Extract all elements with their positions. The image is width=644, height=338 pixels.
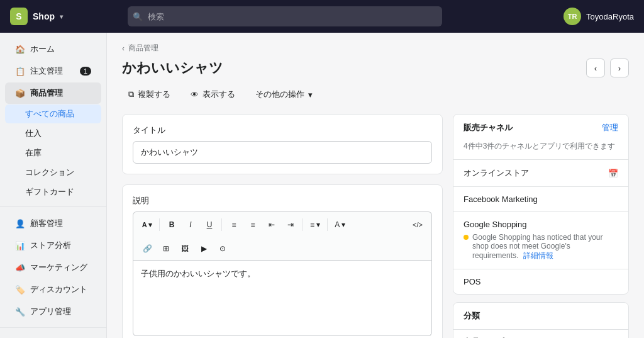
search-icon: 🔍: [133, 12, 143, 21]
logo-letter: S: [16, 11, 21, 21]
underline-btn[interactable]: U: [201, 216, 218, 234]
description-card: 説明 A ▾ B I U ≡ ≡ ⇤ ⇥ ≡ ▾: [122, 184, 443, 338]
google-channel-row[interactable]: Google Shopping Google Shopping has noti…: [453, 212, 628, 269]
customers-icon: 👤: [15, 218, 25, 228]
color-dropdown[interactable]: A ▾: [331, 216, 349, 234]
view-button[interactable]: 👁 表示する: [184, 85, 242, 104]
page-actions: ⧉ 複製する 👁 表示する その他の操作 ▾: [122, 85, 629, 104]
products-icon: 📦: [15, 88, 25, 98]
editor-area[interactable]: 子供用のかわいいシャツです。: [133, 261, 432, 336]
sidebar-subitem-inventory[interactable]: 在庫: [5, 144, 101, 162]
orders-icon: 📋: [15, 66, 25, 76]
description-label: 説明: [133, 195, 432, 206]
title-label: タイトル: [133, 125, 432, 136]
google-row-label: Google Shopping: [464, 220, 526, 229]
search-input[interactable]: [128, 6, 442, 26]
sidebar-item-apps[interactable]: 🔧 アプリ管理: [5, 301, 101, 322]
warning-dot-icon: [464, 235, 469, 240]
copy-button[interactable]: ⧉ 複製する: [122, 85, 177, 104]
separator-2: [221, 218, 222, 231]
ul-btn[interactable]: ≡: [225, 216, 243, 234]
content-grid: タイトル 説明 A ▾ B I U ≡ ≡: [122, 114, 629, 338]
user-menu[interactable]: TR ToyodaRyota: [564, 8, 634, 25]
manage-channels-link[interactable]: 管理: [602, 122, 618, 133]
image-btn[interactable]: 🖼: [176, 240, 194, 257]
editor-toolbar-row1: A ▾ B I U ≡ ≡ ⇤ ⇥ ≡ ▾ A ▾: [133, 211, 432, 237]
italic-btn[interactable]: I: [182, 216, 199, 234]
classification-title: 分類: [453, 303, 628, 329]
sales-channels-section-label: 販売チャネル +: [0, 333, 106, 338]
analytics-label: ストア分析: [30, 240, 71, 251]
purchase-label: 仕入: [25, 128, 42, 138]
pos-channel-row[interactable]: POS: [453, 269, 628, 294]
sidebar-item-customers[interactable]: 👤 顧客管理: [5, 213, 101, 234]
online-store-channel-row[interactable]: オンラインストア 📅: [453, 160, 628, 186]
product-type-label-container: 商品タイプ: [453, 330, 628, 338]
sidebar-label-home: ホーム: [30, 43, 55, 55]
google-details-link[interactable]: 詳細情報: [523, 251, 553, 260]
more-label: その他の操作: [255, 89, 304, 100]
online-store-row-label: オンラインストア: [464, 167, 529, 179]
search-bar: 🔍: [128, 6, 442, 26]
code-btn[interactable]: </>: [409, 216, 426, 234]
sidebar-lower-section: 👤 顧客管理 📊 ストア分析 📣 マーケティング 🏷️ ディスカウント 🔧 アプ…: [0, 206, 106, 322]
editor-toolbar-row2: 🔗 ⊞ 🖼 ▶ ⊙: [133, 237, 432, 261]
title-input[interactable]: [133, 141, 432, 164]
left-column: タイトル 説明 A ▾ B I U ≡ ≡: [122, 114, 443, 338]
main-content: ‹ 商品管理 かわいいシャツ ‹ › ⧉ 複製する 👁 表示する その他の操作 …: [107, 33, 644, 338]
sidebar-item-analytics[interactable]: 📊 ストア分析: [5, 235, 101, 256]
app-layout: 🏠 ホーム 📋 注文管理 1 📦 商品管理 すべての商品 仕入 在庫 コレクショ…: [0, 33, 644, 338]
view-icon: 👁: [191, 90, 199, 99]
sidebar-item-marketing[interactable]: 📣 マーケティング: [5, 257, 101, 278]
indent-btn[interactable]: ⇤: [263, 216, 280, 234]
facebook-channel-row[interactable]: Facebook Marketing: [453, 187, 628, 211]
customers-label: 顧客管理: [30, 218, 63, 229]
sidebar-item-home[interactable]: 🏠 ホーム: [5, 38, 101, 60]
copy-icon: ⧉: [128, 89, 134, 99]
discounts-label: ディスカウント: [30, 284, 87, 295]
video-btn[interactable]: ▶: [195, 240, 213, 257]
inventory-label: 在庫: [25, 148, 42, 157]
facebook-row-label: Facebook Marketing: [464, 194, 538, 204]
next-product-button[interactable]: ›: [610, 59, 629, 77]
embed-btn[interactable]: ⊙: [214, 240, 231, 257]
right-panel: 販売チャネル 管理 4件中3件のチャネルとアプリで利用できます オンラインストア…: [453, 114, 629, 338]
sidebar-item-products[interactable]: 📦 商品管理: [5, 82, 101, 104]
sidebar: 🏠 ホーム 📋 注文管理 1 📦 商品管理 すべての商品 仕入 在庫 コレクショ…: [0, 33, 107, 338]
table-btn[interactable]: ⊞: [157, 240, 175, 257]
shopify-logo-icon: S: [10, 8, 28, 25]
sidebar-subitem-purchase[interactable]: 仕入: [5, 124, 101, 143]
separator-1: [159, 218, 160, 231]
separator-3: [303, 218, 303, 231]
separator-4: [327, 218, 328, 231]
sales-channels-panel: 販売チャネル 管理 4件中3件のチャネルとアプリで利用できます オンラインストア…: [453, 114, 629, 295]
title-card: タイトル: [122, 114, 443, 174]
page-header: かわいいシャツ ‹ ›: [122, 59, 629, 77]
font-btn[interactable]: A ▾: [138, 216, 156, 234]
user-name: ToyodaRyota: [586, 12, 634, 21]
google-warning-text: Google Shopping has noticed that your sh…: [472, 233, 618, 261]
align-dropdown[interactable]: ≡ ▾: [306, 216, 324, 234]
sidebar-subitem-collections[interactable]: コレクション: [5, 163, 101, 182]
page-navigation: ‹ ›: [586, 59, 629, 77]
view-label: 表示する: [203, 89, 235, 100]
google-warning: Google Shopping has noticed that your sh…: [464, 233, 618, 261]
outdent-btn[interactable]: ⇥: [282, 216, 299, 234]
bold-btn[interactable]: B: [163, 216, 180, 234]
editor-text: 子供用のかわいいシャツです。: [141, 269, 255, 278]
breadcrumb[interactable]: ‹ 商品管理: [122, 43, 629, 54]
brand-shop[interactable]: S Shop ▾: [10, 8, 63, 25]
sidebar-item-orders[interactable]: 📋 注文管理 1: [5, 60, 101, 82]
ol-btn[interactable]: ≡: [244, 216, 262, 234]
sidebar-subitem-gift-cards[interactable]: ギフトカード: [5, 183, 101, 201]
more-actions-button[interactable]: その他の操作 ▾: [249, 85, 319, 104]
prev-product-button[interactable]: ‹: [586, 59, 605, 77]
more-chevron-icon: ▾: [308, 90, 313, 99]
marketing-icon: 📣: [15, 262, 25, 273]
home-icon: 🏠: [15, 44, 25, 54]
sidebar-item-discounts[interactable]: 🏷️ ディスカウント: [5, 279, 101, 300]
sidebar-subitem-all-products[interactable]: すべての商品: [5, 104, 101, 123]
link-btn[interactable]: 🔗: [138, 240, 156, 257]
orders-badge: 1: [80, 67, 91, 76]
top-navigation: S Shop ▾ 🔍 TR ToyodaRyota: [0, 0, 644, 33]
